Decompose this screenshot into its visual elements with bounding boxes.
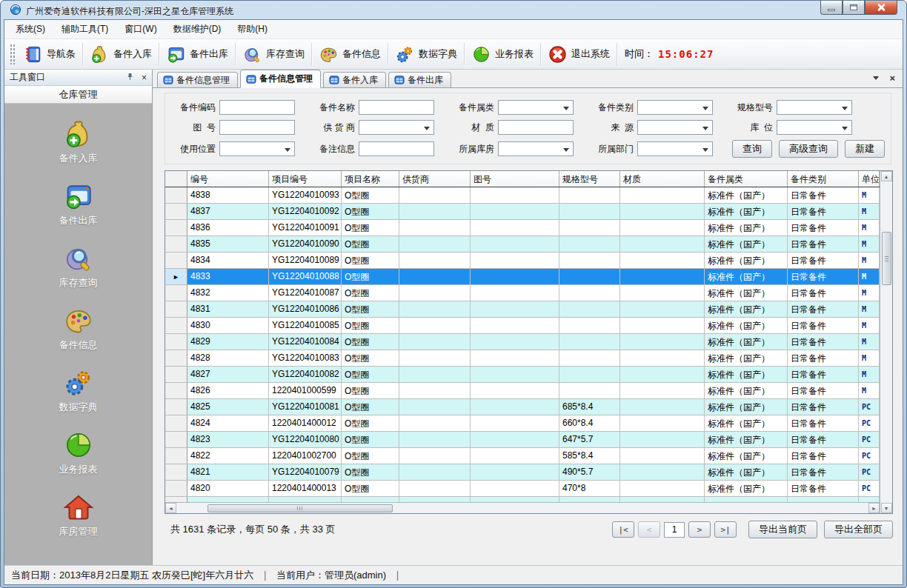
select-warehouse[interactable]	[498, 141, 574, 156]
adv-query-button[interactable]: 高级查询	[779, 140, 838, 158]
table-row[interactable]: ►4833YG12204010088O型圈标准件（国产）日常备件M	[165, 269, 880, 285]
toolbar-item-dict[interactable]: 数据字典	[390, 42, 462, 67]
tab-part-info-mgr-2[interactable]: 备件信息管理	[240, 70, 321, 88]
toolbar-item-part-info[interactable]: 备件信息	[313, 42, 386, 67]
sidebar-item-dict[interactable]: 数据字典	[59, 367, 98, 414]
select-part_cat[interactable]	[637, 100, 713, 115]
row-selector[interactable]	[165, 236, 187, 252]
next-page-button[interactable]: >	[688, 521, 711, 538]
table-row[interactable]: 4830YG12204010085O型圈标准件（国产）日常备件M	[165, 318, 880, 334]
row-selector[interactable]	[165, 334, 187, 350]
tab-close-icon[interactable]: ×	[889, 73, 895, 83]
row-selector[interactable]	[165, 464, 187, 480]
select-use_pos[interactable]	[219, 141, 295, 156]
tab-list-chevron-down-icon[interactable]	[873, 76, 879, 83]
column-header-spec[interactable]: 规格型号	[559, 171, 620, 187]
tab-stock-out[interactable]: 备件出库	[388, 72, 451, 87]
maximize-button[interactable]	[843, 1, 865, 15]
table-row[interactable]: 4827YG12204010082O型圈标准件（国产）日常备件M	[165, 367, 880, 383]
sidebar-item-stock-in[interactable]: 备件入库	[59, 118, 98, 165]
row-selector[interactable]	[165, 448, 187, 464]
page-number-input[interactable]	[664, 522, 685, 538]
column-header-fig[interactable]: 图号	[471, 171, 559, 187]
vertical-scroll-thumb[interactable]	[882, 232, 891, 285]
select-supplier[interactable]	[359, 120, 434, 135]
table-row[interactable]: 4832YG12204010087O型圈标准件（国产）日常备件M	[165, 285, 880, 301]
input-part_name[interactable]	[359, 100, 434, 115]
select-dept[interactable]	[637, 141, 713, 156]
column-header-material[interactable]: 材质	[620, 171, 705, 187]
query-button[interactable]: 查询	[732, 140, 772, 158]
column-header-attr[interactable]: 备件属类	[705, 171, 788, 187]
input-remark[interactable]	[359, 141, 434, 156]
table-row[interactable]: 4825YG12204010081O型圈685*8.4标准件（国产）日常备件PC	[165, 399, 880, 415]
table-row[interactable]: 4829YG12204010084O型圈标准件（国产）日常备件M	[165, 334, 880, 350]
toolbar-item-stock-out[interactable]: 备件出库	[161, 42, 233, 67]
table-row[interactable]: 48261220401000599O型圈标准件（国产）日常备件M	[165, 383, 880, 399]
tab-stock-in[interactable]: 备件入库	[323, 72, 386, 87]
sidebar-item-part-info[interactable]: 备件信息	[59, 305, 98, 352]
row-selector[interactable]	[165, 383, 187, 398]
input-part_code[interactable]	[219, 100, 295, 115]
select-spec[interactable]	[777, 100, 852, 115]
toolbar-item-inventory[interactable]: 库存查询	[237, 42, 310, 67]
select-source[interactable]	[637, 120, 713, 135]
menu-item-help[interactable]: 帮助(H)	[229, 19, 276, 39]
column-header-supplier[interactable]: 供货商	[399, 171, 471, 187]
toolbar-item-navbar[interactable]: 导航条	[18, 42, 81, 67]
menu-item-data[interactable]: 数据维护(D)	[165, 19, 230, 39]
scroll-left-icon[interactable]: ◄	[165, 503, 176, 513]
table-row[interactable]: 48201220401400013O型圈470*8标准件（国产）日常备件PC	[165, 481, 880, 497]
row-selector[interactable]	[165, 367, 187, 382]
prev-page-button[interactable]: <	[638, 521, 660, 538]
table-row[interactable]: 4831YG12204010086O型圈标准件（国产）日常备件M	[165, 301, 880, 318]
table-row[interactable]: 4828YG12204010083O型圈标准件（国产）日常备件M	[165, 350, 880, 367]
row-selector[interactable]	[165, 285, 187, 301]
row-selector[interactable]	[165, 481, 187, 496]
sidebar-item-report[interactable]: 业务报表	[59, 430, 98, 476]
row-selector[interactable]	[165, 253, 187, 268]
menu-item-system[interactable]: 系统(S)	[7, 19, 53, 39]
sidebar-close-icon[interactable]: ×	[142, 73, 147, 82]
menu-item-tools[interactable]: 辅助工具(T)	[53, 19, 116, 39]
table-row[interactable]: 4834YG12204010089O型圈标准件（国产）日常备件M	[165, 253, 880, 269]
column-header-unit[interactable]: 单位	[859, 171, 880, 187]
pin-icon[interactable]	[126, 73, 134, 83]
toolbar-item-exit[interactable]: 退出系统	[542, 42, 615, 67]
column-header-name[interactable]: 项目名称	[342, 171, 399, 187]
input-fig_no[interactable]	[219, 120, 295, 135]
first-page-button[interactable]: |<	[612, 521, 634, 538]
column-header-no[interactable]: 编号	[187, 171, 269, 187]
last-page-button[interactable]: >|	[714, 521, 737, 538]
select-part_attr[interactable]	[498, 100, 574, 115]
sidebar-item-warehouse[interactable]: 库房管理	[59, 492, 98, 538]
toolbar-item-report[interactable]: 业务报表	[466, 42, 539, 67]
new-button[interactable]: 新建	[845, 140, 885, 158]
horizontal-scrollbar[interactable]: ◄►	[165, 502, 880, 513]
scroll-right-icon[interactable]: ►	[868, 503, 880, 513]
column-header-proj[interactable]: 项目编号	[269, 171, 342, 187]
table-row[interactable]: 4836YG12204010091O型圈标准件（国产）日常备件M	[165, 220, 880, 236]
scroll-up-icon[interactable]: ▲	[881, 171, 892, 181]
row-selector[interactable]	[165, 220, 187, 235]
table-row[interactable]: 4821YG12204010079O型圈490*5.7标准件（国产）日常备件PC	[165, 464, 880, 481]
export-page-button[interactable]: 导出当前页	[748, 521, 817, 538]
row-selector[interactable]	[165, 399, 187, 415]
scroll-down-icon[interactable]: ▼	[881, 503, 892, 513]
toolbar-item-stock-in[interactable]: 备件入库	[84, 42, 157, 67]
close-button[interactable]	[865, 1, 897, 15]
row-selector[interactable]	[165, 350, 187, 366]
row-selector[interactable]	[165, 432, 187, 447]
column-header-cat[interactable]: 备件类别	[788, 171, 859, 187]
sidebar-group-title[interactable]: 仓库管理	[4, 86, 152, 104]
row-selector[interactable]: ►	[165, 269, 187, 284]
table-row[interactable]: 4837YG12204010092O型圈标准件（国产）日常备件M	[165, 204, 880, 220]
table-row[interactable]: 4835YG12204010090O型圈标准件（国产）日常备件M	[165, 236, 880, 253]
sidebar-item-inventory[interactable]: 库存查询	[59, 243, 98, 290]
horizontal-scroll-thumb[interactable]	[207, 504, 393, 512]
input-material[interactable]	[498, 120, 574, 135]
row-selector[interactable]	[165, 301, 187, 317]
row-selector[interactable]	[165, 204, 187, 219]
toolbar-grip[interactable]	[10, 44, 16, 64]
table-row[interactable]: 48221220401002700O型圈585*8.4标准件（国产）日常备件PC	[165, 448, 880, 464]
